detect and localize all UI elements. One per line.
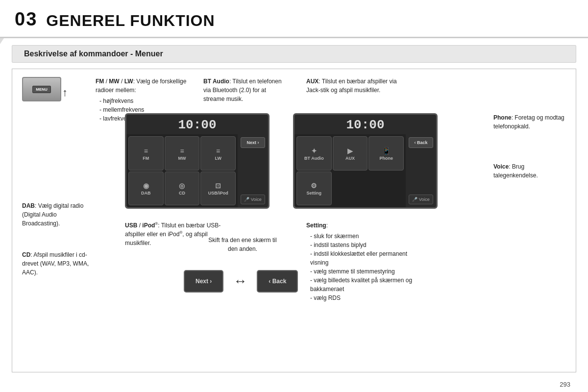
setting-icon: ⚙ [311, 182, 317, 190]
setting-item: vælg RDS [310, 294, 424, 302]
section-heading: Beskrivelse af kommandoer - Menuer [12, 45, 576, 63]
setting-list: sluk for skærmen indstil tastens biplyd … [306, 232, 424, 302]
bt-description: BT Audio: Tilslut en telefonen via Bluet… [203, 77, 287, 103]
setting-item: indstil tastens biplyd [310, 241, 424, 249]
screen1-dab-btn[interactable]: ◉ DAB [128, 172, 164, 206]
setting-description: Setting: sluk for skærmen indstil tasten… [306, 221, 424, 302]
voice-description: Voice: Brug talegenkendelse. [493, 162, 567, 180]
screen1-usb-btn[interactable]: ⊡ USB/iPod [200, 172, 236, 206]
chapter-number: 03 [15, 9, 37, 30]
screen1-voice-btn[interactable]: 🎤 Voice [241, 195, 265, 204]
back-button[interactable]: ‹ Back [257, 270, 298, 293]
dab-description: DAB: Vælg digital radio (Digital Audio B… [22, 201, 93, 228]
empty-cell2 [368, 172, 404, 206]
bt-icon: ✦ [311, 147, 317, 155]
menu-device-image: MENU ↑ [22, 77, 93, 101]
screen1-fm-btn[interactable]: ≡ FM [128, 136, 164, 171]
dab-icon: ◉ [143, 182, 149, 190]
lw-icon: ≡ [216, 147, 220, 155]
screen1: 10:00 ≡ FM ≡ MW ≡ LW [125, 113, 270, 209]
aux-icon: ▶ [347, 147, 353, 155]
setting-item: indstil klokkeslættet eller permanent vi… [310, 249, 424, 267]
screen1-next-btn[interactable]: Next › [241, 137, 265, 148]
screen1-lw-btn[interactable]: ≡ LW [200, 136, 236, 171]
cd-icon: ◎ [179, 182, 185, 190]
fm-list-item: højfrekvens [99, 97, 189, 105]
screen2-bt-btn[interactable]: ✦ BT Audio [296, 136, 332, 171]
phone-icon: 📱 [382, 147, 391, 155]
setting-item: vælg billedets kvalitet på skærmen og ba… [310, 276, 424, 294]
screen2: 10:00 ✦ BT Audio ▶ AUX 📱 [293, 113, 438, 209]
phone-description: Phone: Foretag og modtag telefonopkald. [493, 113, 567, 131]
page-number: 293 [560, 381, 570, 388]
menu-arrow-icon: ↑ [62, 86, 68, 99]
usb-icon: ⊡ [215, 182, 221, 190]
screen1-cd-btn[interactable]: ◎ CD [165, 172, 200, 206]
screen2-setting-btn[interactable]: ⚙ Setting [296, 172, 332, 206]
fm-icon: ≡ [144, 147, 148, 155]
mw-icon: ≡ [180, 147, 184, 155]
menu-button: MENU [32, 86, 51, 93]
setting-item: vælg stemme til stemmestyring [310, 267, 424, 276]
screen2-back-btn[interactable]: ‹ Back [409, 137, 433, 148]
arrow-icon: ↔ [233, 273, 247, 289]
switch-description: Skift fra den ene skærm til den anden. [203, 236, 282, 253]
screen2-voice-btn[interactable]: 🎤 Voice [409, 195, 433, 204]
cd-description: CD: Afspil musikfiler i cd-drevet (WAV, … [22, 250, 98, 277]
chapter-title: GENEREL FUNKTION [46, 12, 215, 30]
screen2-phone-btn[interactable]: 📱 Phone [368, 136, 404, 171]
screen2-aux-btn[interactable]: ▶ AUX [333, 136, 368, 171]
screen1-mw-btn[interactable]: ≡ MW [165, 136, 200, 171]
screen2-time: 10:00 [298, 118, 432, 132]
screen1-time: 10:00 [130, 118, 264, 132]
setting-item: sluk for skærmen [310, 232, 424, 241]
empty-cell [333, 172, 368, 206]
aux-description: AUX: Tilslut en bærbar afspiller via Jac… [306, 77, 404, 95]
next-button[interactable]: Next › [184, 270, 223, 293]
